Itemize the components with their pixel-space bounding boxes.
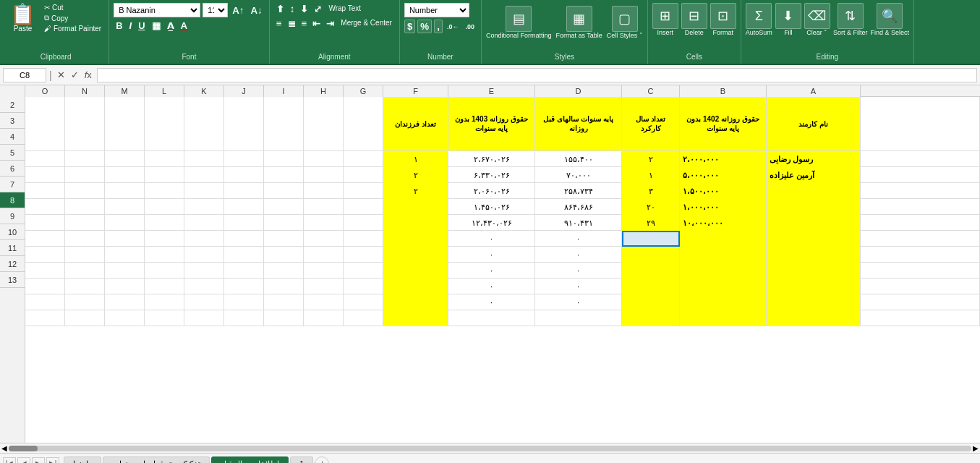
col-header-F[interactable]: F	[383, 85, 448, 97]
cell-B2[interactable]: حقوق روزانه 1402 بدون پایه سنوات	[680, 97, 767, 150]
cell-J2[interactable]	[224, 97, 264, 150]
font-color-button[interactable]: A	[179, 20, 190, 32]
cell-B13[interactable]	[680, 310, 767, 326]
cell-H2[interactable]	[304, 97, 344, 150]
cell-I13[interactable]	[264, 310, 304, 326]
decrease-decimal-button[interactable]: .0←	[445, 20, 461, 33]
row-header-5[interactable]: 5	[0, 145, 25, 161]
col-header-K[interactable]: K	[184, 85, 224, 97]
cell-B11[interactable]	[680, 279, 767, 294]
cell-E11[interactable]: ·	[448, 279, 535, 294]
cell-O4[interactable]	[25, 167, 65, 183]
cell-J13[interactable]	[224, 310, 264, 326]
border-button[interactable]: ▦	[150, 20, 163, 32]
cell-A12[interactable]	[767, 294, 861, 310]
font-family-select[interactable]: B Nazanin	[114, 3, 200, 17]
row-header-7[interactable]: 7	[0, 177, 25, 192]
cell-L2[interactable]	[145, 97, 184, 150]
cell-I6[interactable]	[264, 199, 304, 215]
cell-G10[interactable]	[344, 263, 383, 279]
cell-J3[interactable]	[224, 151, 264, 167]
cell-E10[interactable]: ·	[448, 263, 535, 279]
cell-K3[interactable]	[184, 151, 224, 167]
cell-O9[interactable]	[25, 247, 65, 263]
cell-G5[interactable]	[344, 183, 383, 199]
percent-button[interactable]: %	[417, 20, 432, 33]
cell-D13[interactable]	[535, 310, 622, 326]
increase-indent-button[interactable]: ⇥	[324, 17, 336, 30]
decrease-font-button[interactable]: A↓	[248, 4, 264, 17]
cell-M11[interactable]	[105, 279, 145, 294]
cell-N2[interactable]	[65, 97, 105, 150]
cell-C10[interactable]	[622, 263, 680, 279]
cell-F5[interactable]: ۲	[383, 183, 448, 199]
cell-E4[interactable]: ۶،۳۳۰،۰۲۶	[448, 167, 535, 183]
name-box[interactable]	[3, 68, 46, 82]
cell-B10[interactable]	[680, 263, 767, 279]
cell-C9[interactable]	[622, 247, 680, 263]
cell-C8[interactable]	[622, 231, 680, 247]
cell-A13[interactable]	[767, 310, 861, 326]
cell-B5[interactable]: ۱،۵۰۰،۰۰۰	[680, 183, 767, 199]
delete-button[interactable]: ⊟ Delete	[681, 3, 707, 36]
cell-L11[interactable]	[145, 279, 184, 294]
cell-C2[interactable]: تعداد سال کارکرد	[622, 97, 680, 150]
align-middle-button[interactable]: ↕	[288, 3, 297, 15]
cell-F2[interactable]: تعداد فرزندان	[383, 97, 448, 150]
cell-J12[interactable]	[224, 294, 264, 310]
cell-I7[interactable]	[264, 215, 304, 231]
cell-D7[interactable]: ۹۱۰،۴۳۱	[535, 215, 622, 231]
cell-M5[interactable]	[105, 183, 145, 199]
cell-A6[interactable]	[767, 199, 861, 215]
cell-H9[interactable]	[304, 247, 344, 263]
row-header-9[interactable]: 9	[0, 208, 25, 224]
cell-E2[interactable]: حقوق روزانه 1403 بدون پایه سنوات	[448, 97, 535, 150]
cell-H12[interactable]	[304, 294, 344, 310]
cell-B6[interactable]: ۱،۰۰۰،۰۰۰	[680, 199, 767, 215]
col-header-A[interactable]: A	[767, 85, 861, 97]
col-header-O[interactable]: O	[25, 85, 65, 97]
cell-C5[interactable]: ۳	[622, 183, 680, 199]
cell-L5[interactable]	[145, 183, 184, 199]
cell-O2[interactable]	[25, 97, 65, 150]
cell-D9[interactable]: ·	[535, 247, 622, 263]
cell-D3[interactable]: ۱۵۵،۴۰۰	[535, 151, 622, 167]
cell-K6[interactable]	[184, 199, 224, 215]
cell-H4[interactable]	[304, 167, 344, 183]
cell-O11[interactable]	[25, 279, 65, 294]
cell-F12[interactable]	[383, 294, 448, 310]
cell-N7[interactable]	[65, 215, 105, 231]
cell-K11[interactable]	[184, 279, 224, 294]
cell-M10[interactable]	[105, 263, 145, 279]
row-header-10[interactable]: 10	[0, 224, 25, 240]
prev-sheet-button[interactable]: ◀	[17, 457, 30, 464]
cell-L6[interactable]	[145, 199, 184, 215]
cell-A5[interactable]	[767, 183, 861, 199]
scrollbar-thumb[interactable]	[9, 446, 38, 451]
scroll-left-button[interactable]: ◀	[1, 444, 7, 452]
cell-O12[interactable]	[25, 294, 65, 310]
fill-button[interactable]: ⬇ Fill	[775, 3, 801, 36]
cell-E12[interactable]: ·	[448, 294, 535, 310]
cell-B3[interactable]: ۲،۰۰۰،۰۰۰	[680, 151, 767, 167]
cell-I4[interactable]	[264, 167, 304, 183]
cell-G8[interactable]	[344, 231, 383, 247]
cell-H3[interactable]	[304, 151, 344, 167]
cell-I8[interactable]	[264, 231, 304, 247]
cell-L13[interactable]	[145, 310, 184, 326]
cell-A8[interactable]	[767, 231, 861, 247]
find-select-button[interactable]: 🔍 Find & Select	[870, 3, 909, 36]
cell-D12[interactable]: ·	[535, 294, 622, 310]
row-header-2[interactable]: 2	[0, 97, 25, 113]
col-header-I[interactable]: I	[264, 85, 304, 97]
align-left-button[interactable]: ≡	[274, 17, 284, 30]
cell-N6[interactable]	[65, 199, 105, 215]
conditional-formatting-button[interactable]: ▤ Conditional Formatting	[486, 6, 552, 39]
cell-H8[interactable]	[304, 231, 344, 247]
cell-A2[interactable]: نام کارمند	[767, 97, 861, 150]
cell-J8[interactable]	[224, 231, 264, 247]
cell-E5[interactable]: ۲،۰۶۰،۰۲۶	[448, 183, 535, 199]
cell-E13[interactable]	[448, 310, 535, 326]
sheet-tab-tafkik[interactable]: تفکیک حقوق از پایه سنوات	[103, 456, 210, 464]
cell-J7[interactable]	[224, 215, 264, 231]
